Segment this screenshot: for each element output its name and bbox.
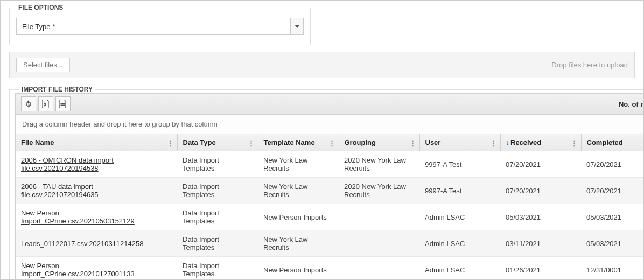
required-asterisk: * <box>53 23 55 31</box>
column-header-file-name[interactable]: File Name⋮ <box>16 134 177 151</box>
cell-data-type: Data Import Templates <box>177 178 258 204</box>
column-menu-icon[interactable]: ⋮ <box>327 137 337 148</box>
select-files-button[interactable]: Select files... <box>16 58 70 72</box>
table-row: New Person Import_CPrine.csv.20210503152… <box>16 204 644 230</box>
cell-grouping: 2020 New York Law Recruits <box>339 151 419 178</box>
svg-rect-0 <box>61 103 65 104</box>
cell-completed: 12/31/0001 <box>581 257 644 281</box>
group-by-drop-area[interactable]: Drag a column header and drop it here to… <box>15 115 644 134</box>
table-row: 2006 - TAU data import file.csv.20210720… <box>16 178 644 204</box>
column-menu-icon[interactable]: ⋮ <box>166 137 175 148</box>
cell-completed: 07/20/2021 <box>581 178 644 204</box>
cell-data-type: Data Import Templates <box>177 204 258 230</box>
cell-user: Admin LSAC <box>419 204 500 230</box>
file-name-link[interactable]: New Person Import_CPrine.csv.20210127001… <box>21 262 135 278</box>
cell-received: 07/20/2021 <box>500 178 581 204</box>
column-header-data-type[interactable]: Data Type⋮ <box>177 134 258 151</box>
cell-received: 05/03/2021 <box>500 204 581 230</box>
cell-grouping: 2020 New York Law Recruits <box>339 178 419 204</box>
cell-user: Admin LSAC <box>419 257 500 281</box>
pdf-file-icon <box>59 100 67 108</box>
file-name-link[interactable]: 2006 - OMICRON data import file.csv.2021… <box>21 156 114 172</box>
cell-received: 07/20/2021 <box>500 151 581 178</box>
page-scroll-container[interactable]: FILE OPTIONS File Type* Select files... … <box>0 0 644 280</box>
table-row: 2006 - OMICRON data import file.csv.2021… <box>16 151 644 178</box>
cell-grouping <box>339 257 419 281</box>
cell-user: Admin LSAC <box>419 230 500 257</box>
cell-completed: 05/03/2021 <box>581 204 644 230</box>
cell-completed: 05/03/2021 <box>581 230 644 257</box>
cell-grouping <box>339 230 419 257</box>
cell-template-name: New York Law Recruits <box>258 178 339 204</box>
record-count-label: No. of records: 12 <box>619 100 644 108</box>
column-menu-icon[interactable]: ⋮ <box>247 137 256 148</box>
file-type-label: File Type* <box>17 19 61 34</box>
refresh-icon <box>25 100 32 108</box>
cell-template-name: New Person Imports <box>258 257 339 281</box>
table-row: New Person Import_CPrine.csv.20210127001… <box>16 257 644 281</box>
cell-data-type: Data Import Templates <box>177 230 258 257</box>
file-name-link[interactable]: New Person Import_CPrine.csv.20210503152… <box>21 209 135 225</box>
cell-template-name: New York Law Recruits <box>258 151 339 178</box>
file-type-dropdown-arrow[interactable] <box>290 18 303 34</box>
upload-drop-zone[interactable]: Select files... Drop files here to uploa… <box>9 52 635 78</box>
import-history-panel: IMPORT FILE HISTORY No. of records: 12 D… <box>9 86 644 280</box>
grid-horizontal-scroll[interactable]: File Name⋮ Data Type⋮ Template Name⋮ Gro… <box>15 134 644 280</box>
cell-template-name: New York Law Recruits <box>258 230 339 257</box>
upload-hint-text: Drop files here to upload <box>551 61 628 69</box>
cell-user: 9997-A Test <box>419 178 500 204</box>
excel-file-icon <box>42 100 50 108</box>
file-name-link[interactable]: Leads_01122017.csv.20210311214258 <box>21 240 143 248</box>
file-options-legend: FILE OPTIONS <box>16 4 65 11</box>
cell-received: 03/11/2021 <box>500 230 581 257</box>
column-menu-icon[interactable]: ⋮ <box>570 137 579 148</box>
refresh-button[interactable] <box>21 96 36 111</box>
import-history-table: File Name⋮ Data Type⋮ Template Name⋮ Gro… <box>16 134 644 280</box>
cell-template-name: New Person Imports <box>258 204 339 230</box>
table-row: Leads_01122017.csv.20210311214258Data Im… <box>16 230 644 257</box>
column-menu-icon[interactable]: ⋮ <box>408 137 417 148</box>
sort-descending-icon: ↓ <box>506 138 510 146</box>
column-header-grouping[interactable]: Grouping⋮ <box>339 134 419 151</box>
import-history-legend: IMPORT FILE HISTORY <box>19 86 95 93</box>
column-header-user[interactable]: User⋮ <box>419 134 500 151</box>
svg-rect-1 <box>61 105 65 106</box>
grid-toolbar: No. of records: 12 <box>15 93 644 115</box>
file-type-dropdown[interactable]: File Type* <box>16 18 304 35</box>
cell-grouping <box>339 204 419 230</box>
cell-data-type: Data Import Templates <box>177 151 258 178</box>
chevron-down-icon <box>295 25 300 28</box>
column-menu-icon[interactable]: ⋮ <box>489 137 498 148</box>
column-header-completed[interactable]: Completed <box>581 134 644 151</box>
export-excel-button[interactable] <box>38 96 53 111</box>
file-name-link[interactable]: 2006 - TAU data import file.csv.20210720… <box>21 183 99 199</box>
column-header-received[interactable]: ↓Received⋮ <box>500 134 581 151</box>
cell-data-type: Data Import Templates <box>177 257 258 281</box>
export-pdf-button[interactable] <box>55 96 71 111</box>
cell-completed: 07/20/2021 <box>581 151 644 178</box>
cell-user: 9997-A Test <box>419 151 500 178</box>
file-options-panel: FILE OPTIONS File Type* <box>9 4 311 45</box>
cell-received: 01/26/2021 <box>500 257 581 281</box>
column-header-template-name[interactable]: Template Name⋮ <box>258 134 339 151</box>
